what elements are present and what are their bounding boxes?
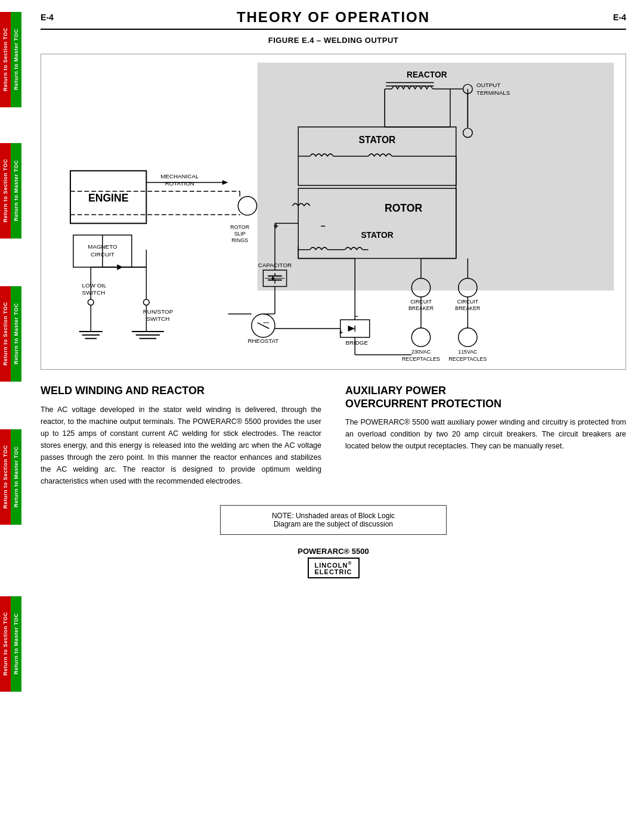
svg-text:LOW OIL: LOW OIL xyxy=(82,282,107,289)
svg-text:SWITCH: SWITCH xyxy=(147,315,170,322)
section-toc-tab-4[interactable]: Return to Section TOC xyxy=(0,429,11,525)
section-toc-tab-3[interactable]: Return to Section TOC xyxy=(0,286,11,382)
master-toc-tab-5[interactable]: Return to Master TOC xyxy=(11,596,21,692)
svg-text:+: + xyxy=(339,329,343,336)
svg-text:TERMINALS: TERMINALS xyxy=(476,89,510,96)
note-text: NOTE: Unshaded areas of Block Logic Diag… xyxy=(272,512,395,528)
master-toc-tab-2[interactable]: Return to Master TOC xyxy=(11,143,21,239)
text-sections: WELD WINDING AND REACTOR The AC voltage … xyxy=(41,385,626,487)
master-toc-tab-4[interactable]: Return to Master TOC xyxy=(11,429,21,525)
auxiliary-power-title: AUXILIARY POWER OVERCURRENT PROTECTION xyxy=(345,385,626,410)
auxiliary-power-section: AUXILIARY POWER OVERCURRENT PROTECTION T… xyxy=(345,385,626,487)
product-name: POWERARC® 5500 xyxy=(41,547,626,556)
master-toc-tab-3[interactable]: Return to Master TOC xyxy=(11,286,21,382)
svg-marker-84 xyxy=(348,326,355,332)
page-header: E-4 THEORY OF OPERATION E-4 xyxy=(41,9,626,30)
svg-text:OUTPUT: OUTPUT xyxy=(476,82,500,88)
brand-sub: ELECTRIC xyxy=(315,568,352,575)
svg-text:RECEPTACLES: RECEPTACLES xyxy=(448,356,487,362)
weld-winding-section: WELD WINDING AND REACTOR The AC voltage … xyxy=(41,385,321,487)
svg-text:ENGINE: ENGINE xyxy=(88,192,129,204)
figure-title: FIGURE E.4 – WELDING OUTPUT xyxy=(41,36,626,45)
lincoln-logo: LINCOLN® ELECTRIC xyxy=(308,558,360,579)
svg-text:REACTOR: REACTOR xyxy=(407,70,447,79)
svg-text:ROTOR: ROTOR xyxy=(385,202,423,214)
svg-point-66 xyxy=(144,299,150,305)
section-toc-tab-2[interactable]: Return to Section TOC xyxy=(0,143,11,239)
svg-point-58 xyxy=(88,299,94,305)
svg-point-94 xyxy=(411,328,430,346)
svg-line-77 xyxy=(258,323,270,329)
svg-rect-0 xyxy=(258,63,614,290)
svg-text:BRIDGE: BRIDGE xyxy=(345,339,368,346)
page-footer: POWERARC® 5500 LINCOLN® ELECTRIC xyxy=(41,547,626,579)
svg-text:230VAC: 230VAC xyxy=(411,349,431,355)
svg-text:ROTATION: ROTATION xyxy=(165,180,194,187)
svg-text:MECHANICAL: MECHANICAL xyxy=(160,173,199,179)
svg-point-97 xyxy=(459,328,477,346)
page-number-left: E-4 xyxy=(41,13,54,22)
page-title: THEORY OF OPERATION xyxy=(54,9,613,26)
svg-text:115VAC: 115VAC xyxy=(458,349,478,355)
page-number-right: E-4 xyxy=(613,13,626,22)
circuit-diagram: REACTOR OUTPUT TERMINALS STATOR xyxy=(41,54,626,370)
note-box: NOTE: Unshaded areas of Block Logic Diag… xyxy=(220,505,447,535)
section-toc-tab-1[interactable]: Return to Section TOC xyxy=(0,12,11,107)
svg-marker-28 xyxy=(222,180,228,185)
section-toc-tab-5[interactable]: Return to Section TOC xyxy=(0,596,11,692)
svg-text:STATOR: STATOR xyxy=(359,135,396,145)
svg-point-31 xyxy=(238,197,256,215)
svg-text:−: − xyxy=(320,222,325,231)
svg-text:RECEPTACLES: RECEPTACLES xyxy=(402,356,440,362)
weld-winding-title: WELD WINDING AND REACTOR xyxy=(41,385,321,398)
brand-name: LINCOLN xyxy=(315,561,348,568)
master-toc-tab-1[interactable]: Return to Master TOC xyxy=(11,12,21,107)
svg-text:STATOR: STATOR xyxy=(361,231,393,240)
svg-text:ROTOR: ROTOR xyxy=(230,224,249,230)
weld-winding-body: The AC voltage developed in the stator w… xyxy=(41,404,321,487)
svg-text:SWITCH: SWITCH xyxy=(82,289,106,296)
svg-text:SLIP: SLIP xyxy=(234,231,246,237)
svg-text:RUN/STOP: RUN/STOP xyxy=(143,309,174,315)
svg-text:RINGS: RINGS xyxy=(231,237,248,243)
auxiliary-power-body: The POWERARC® 5500 watt auxiliary power … xyxy=(345,416,626,452)
svg-text:RHEOSTAT: RHEOSTAT xyxy=(247,338,278,345)
